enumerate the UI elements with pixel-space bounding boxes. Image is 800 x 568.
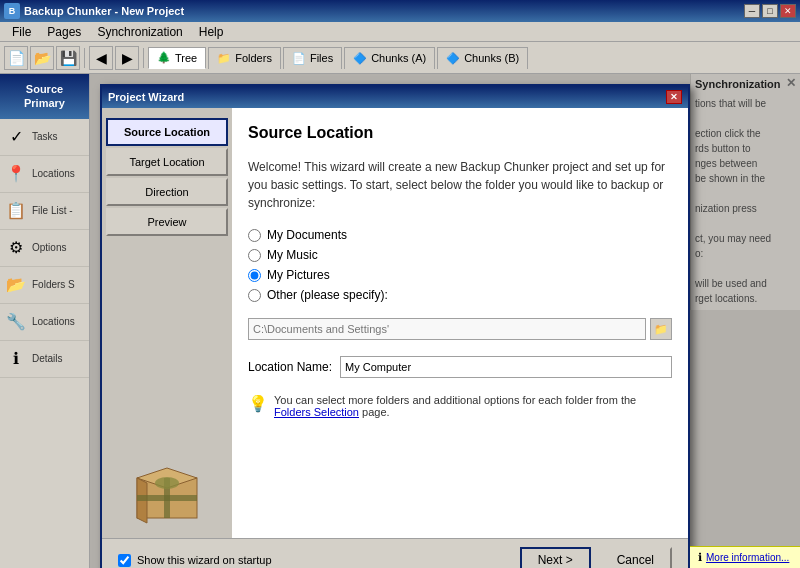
chunks-b-icon: 🔷 [446,52,460,65]
window-title: Backup Chunker - New Project [24,5,184,17]
title-bar-buttons: ─ □ ✕ [744,4,796,18]
toolbar: 📄 📂 💾 ◀ ▶ 🌲 Tree 📁 Folders 📄 Files 🔷 Chu… [0,42,800,74]
sidebar-item-details[interactable]: ℹ Details [0,341,89,378]
radio-my-music-input[interactable] [248,249,261,262]
wizard-description: Welcome! This wizard will create a new B… [248,158,672,212]
sidebar-item-folders-s[interactable]: 📂 Folders S [0,267,89,304]
show-wizard-label: Show this wizard on startup [137,554,272,566]
radio-other-input[interactable] [248,289,261,302]
files-tab-icon: 📄 [292,52,306,65]
wizard-nav-direction[interactable]: Direction [106,178,228,206]
sidebar-item-options[interactable]: ⚙ Options [0,230,89,267]
radio-my-documents-input[interactable] [248,229,261,242]
wizard-nav: Source Location Target Location Directio… [102,108,232,538]
more-info-link[interactable]: More information... [706,552,789,563]
tip-text: You can select more folders and addition… [274,394,636,406]
sidebar-item-file-list[interactable]: 📋 File List - [0,193,89,230]
info-icon: ℹ [698,551,702,564]
radio-my-music[interactable]: My Music [248,248,672,262]
chunks-a-icon: 🔷 [353,52,367,65]
menu-help[interactable]: Help [191,23,232,41]
radio-other[interactable]: Other (please specify): [248,288,672,302]
radio-group: My Documents My Music My Pictures [248,228,672,302]
path-input-row: 📁 [248,318,672,340]
tab-chunks-b[interactable]: 🔷 Chunks (B) [437,47,528,69]
toolbar-new[interactable]: 📄 [4,46,28,70]
tab-chunks-a[interactable]: 🔷 Chunks (A) [344,47,435,69]
wizard-nav-preview[interactable]: Preview [106,208,228,236]
tab-files[interactable]: 📄 Files [283,47,342,69]
toolbar-save[interactable]: 💾 [56,46,80,70]
app-icon: B [4,3,20,19]
tasks-icon: ✓ [4,125,28,149]
toolbar-open[interactable]: 📂 [30,46,54,70]
radio-my-pictures-input[interactable] [248,269,261,282]
sidebar-header: Source Primary [0,74,89,119]
location-name-row: Location Name: [248,356,672,378]
wizard-nav-target-location[interactable]: Target Location [106,148,228,176]
dialog-title-bar: Project Wizard ✕ [102,86,688,108]
tip-row: 💡 You can select more folders and additi… [248,394,672,418]
sidebar-item-locations[interactable]: 📍 Locations [0,156,89,193]
modal-overlay: Project Wizard ✕ Source Location Target … [90,74,800,568]
locations-icon: 📍 [4,162,28,186]
toolbar-back[interactable]: ◀ [89,46,113,70]
toolbar-forward[interactable]: ▶ [115,46,139,70]
main-content: Source Primary ✓ Tasks 📍 Locations 📋 Fil… [0,74,800,568]
svg-point-5 [155,477,179,489]
cancel-button[interactable]: Cancel [599,547,672,568]
tab-folders[interactable]: 📁 Folders [208,47,281,69]
tip-suffix: page. [362,406,390,418]
radio-my-pictures[interactable]: My Pictures [248,268,672,282]
location-name-label: Location Name: [248,360,332,374]
next-button[interactable]: Next > [520,547,591,568]
browse-button[interactable]: 📁 [650,318,672,340]
file-list-icon: 📋 [4,199,28,223]
sidebar-item-locations-2[interactable]: 🔧 Locations [0,304,89,341]
wizard-illustration [127,448,207,528]
sidebar: Source Primary ✓ Tasks 📍 Locations 📋 Fil… [0,74,90,568]
footer-buttons: Next > Cancel [520,547,672,568]
minimize-button[interactable]: ─ [744,4,760,18]
locations-2-icon: 🔧 [4,310,28,334]
tip-icon: 💡 [248,394,268,413]
tab-tree[interactable]: 🌲 Tree [148,47,206,69]
show-wizard-checkbox-row: Show this wizard on startup [118,554,272,567]
dialog-body: Source Location Target Location Directio… [102,108,688,538]
location-name-input[interactable] [340,356,672,378]
wizard-nav-source-location[interactable]: Source Location [106,118,228,146]
folders-tab-icon: 📁 [217,52,231,65]
menu-synchronization[interactable]: Synchronization [89,23,190,41]
dialog-footer: Show this wizard on startup Next > Cance… [102,538,688,568]
menu-pages[interactable]: Pages [39,23,89,41]
wizard-content-title: Source Location [248,124,672,142]
menu-file[interactable]: File [4,23,39,41]
wizard-content: Source Location Welcome! This wizard wil… [232,108,688,538]
sidebar-item-tasks[interactable]: ✓ Tasks [0,119,89,156]
right-panel: ✕ Synchronization tions that will be ect… [90,74,800,568]
radio-my-documents[interactable]: My Documents [248,228,672,242]
toolbar-separator-2 [143,48,144,68]
maximize-button[interactable]: □ [762,4,778,18]
project-wizard-dialog: Project Wizard ✕ Source Location Target … [100,84,690,568]
details-icon: ℹ [4,347,28,371]
menu-bar: File Pages Synchronization Help [0,22,800,42]
show-wizard-checkbox[interactable] [118,554,131,567]
folders-selection-link[interactable]: Folders Selection [274,406,359,418]
tree-icon: 🌲 [157,51,171,64]
folders-s-icon: 📂 [4,273,28,297]
toolbar-separator-1 [84,48,85,68]
path-input[interactable] [248,318,646,340]
dialog-close-button[interactable]: ✕ [666,90,682,104]
title-bar: B Backup Chunker - New Project ─ □ ✕ [0,0,800,22]
window-close-button[interactable]: ✕ [780,4,796,18]
options-icon: ⚙ [4,236,28,260]
dialog-title: Project Wizard [108,91,184,103]
more-info-bar: ℹ More information... [690,546,800,568]
